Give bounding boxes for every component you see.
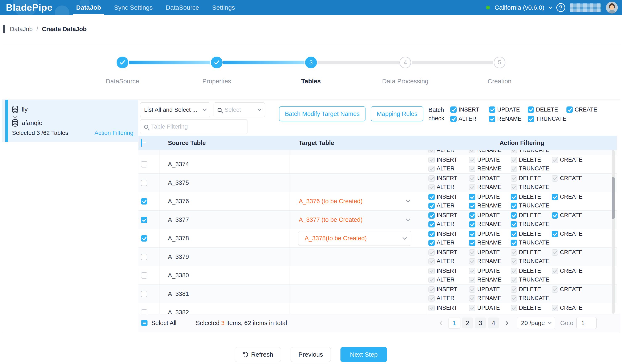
row-checkbox[interactable] [141,235,147,242]
page-button-4[interactable]: 4 [488,318,499,328]
action-filtering-cell: INSERTUPDATEDELETECREATEALTERRENAMETRUNC… [427,229,617,248]
row-checkbox[interactable] [141,198,147,205]
action-checkbox-rename[interactable] [469,240,475,246]
chevron-down-icon[interactable] [406,217,410,221]
column-header-target-table: Target Table [290,139,427,146]
action-update: UPDATE [469,286,511,293]
action-checkbox-create[interactable] [552,231,558,237]
action-checkbox-delete[interactable] [511,212,517,219]
row-checkbox[interactable] [141,309,147,314]
action-checkbox-insert [428,305,435,311]
action-label: TRUNCATE [519,295,549,302]
action-checkbox-delete[interactable] [511,194,517,200]
action-checkbox-truncate[interactable] [528,116,534,122]
action-checkbox-rename[interactable] [489,116,495,122]
action-checkbox-alter[interactable] [428,203,435,209]
avatar[interactable] [606,2,618,14]
action-checkbox-rename[interactable] [469,203,475,209]
row-checkbox[interactable] [141,217,147,223]
action-checkbox-update[interactable] [469,194,475,200]
action-checkbox-alter[interactable] [428,221,435,228]
action-update: UPDATE [469,194,511,200]
page-size-select[interactable]: 20 /page [517,317,555,329]
action-label: TRUNCATE [519,258,549,265]
previous-page-button[interactable] [436,318,447,328]
table-row-a-3375: A_3375INSERTUPDATEDELETECREATEALTERRENAM… [138,173,617,192]
action-delete: DELETE [528,106,566,113]
row-checkbox[interactable] [141,180,147,186]
action-checkbox-update[interactable] [469,231,475,237]
vertical-scrollbar[interactable] [612,150,615,314]
action-checkbox-update[interactable] [489,106,495,113]
action-checkbox-insert[interactable] [450,106,457,113]
row-checkbox[interactable] [141,291,147,297]
table-filter-input[interactable]: Table Filtering [140,119,248,134]
chevron-down-icon [257,107,262,111]
target-table-select[interactable]: A_3378(to be Created) [298,231,411,246]
action-filtering-cell: INSERTUPDATEDELETECREATEALTERRENAMETRUNC… [427,248,617,266]
action-label: INSERT [437,193,457,200]
row-checkbox[interactable] [141,272,147,279]
next-page-button[interactable] [501,318,512,328]
select-all-checkbox[interactable] [141,320,148,326]
refresh-button[interactable]: Refresh [235,347,281,362]
action-delete: DELETE [511,249,552,256]
target-table-name: A_3376 (to be Created) [299,198,363,205]
scrollbar-thumb[interactable] [612,177,615,219]
action-checkbox-truncate[interactable] [511,221,517,228]
nav-item-sync-settings[interactable]: Sync Settings [110,0,157,15]
action-checkbox-create[interactable] [566,106,573,113]
avatar-image [606,2,618,14]
action-check-line: ALTERRENAMETRUNCATE [428,277,617,283]
target-table-cell [290,173,427,192]
help-icon[interactable]: ? [556,3,565,12]
nav-item-datajob[interactable]: DataJob [72,0,105,15]
action-checkbox-rename[interactable] [469,221,475,228]
action-checkbox-delete[interactable] [511,231,517,237]
action-checkbox-rename [469,184,475,191]
batch-check-group: INSERTUPDATEDELETECREATEALTERRENAMETRUNC… [450,106,605,125]
page-button-3[interactable]: 3 [475,318,486,328]
action-checkbox-create[interactable] [552,212,558,219]
row-checkbox[interactable] [141,161,147,168]
goto-page-input[interactable]: 1 [576,317,597,329]
quick-select[interactable]: Select [214,102,265,117]
action-checkbox-insert[interactable] [428,194,435,200]
mapping-rules-button[interactable]: Mapping Rules [371,106,423,121]
select-all-header-checkbox[interactable] [141,139,142,147]
action-label: TRUNCATE [519,150,549,153]
batch-modify-target-names-button[interactable]: Batch Modify Target Names [279,106,366,121]
previous-button[interactable]: Previous [291,347,331,362]
schema-pair-item[interactable]: lly afanqie Selected 3 /62 Tables Action… [2,100,138,142]
action-checkbox-truncate[interactable] [511,203,517,209]
action-filtering-link[interactable]: Action Filtering [95,130,133,136]
action-label: DELETE [519,175,541,182]
action-check-line: INSERTUPDATEDELETECREATE [428,175,617,182]
chevron-down-icon[interactable] [406,198,410,203]
action-checkbox-create[interactable] [552,194,558,200]
action-truncate: TRUNCATE [511,150,552,153]
page-button-1[interactable]: 1 [449,318,460,328]
chevron-down-icon[interactable] [548,5,552,9]
region-selector[interactable]: California (v0.6.0) [494,4,544,11]
breadcrumb-parent[interactable]: DataJob [10,26,33,33]
page-button-2[interactable]: 2 [462,318,473,328]
action-checkbox-truncate[interactable] [511,240,517,246]
nav-item-settings[interactable]: Settings [208,0,239,15]
action-checkbox-insert[interactable] [428,231,435,237]
action-checkbox-alter[interactable] [428,240,435,246]
target-table-cell [290,303,427,314]
row-checkbox[interactable] [141,254,147,260]
nav-item-datasource[interactable]: DataSource [162,0,203,15]
action-checkbox-alter[interactable] [450,116,457,122]
table-row-a-3381: A_3381INSERTUPDATEDELETECREATEALTERRENAM… [138,285,617,303]
source-table-cell: A_3380 [159,266,290,285]
list-mode-select[interactable]: List All and Select ... [140,102,210,117]
chevron-down-icon [403,235,407,240]
action-checkbox-insert[interactable] [428,212,435,219]
action-checkbox-update[interactable] [469,212,475,219]
action-checkbox-delete[interactable] [528,106,534,113]
action-delete: DELETE [511,212,552,219]
action-delete: DELETE [511,194,552,200]
next-step-button[interactable]: Next Step [340,347,387,362]
